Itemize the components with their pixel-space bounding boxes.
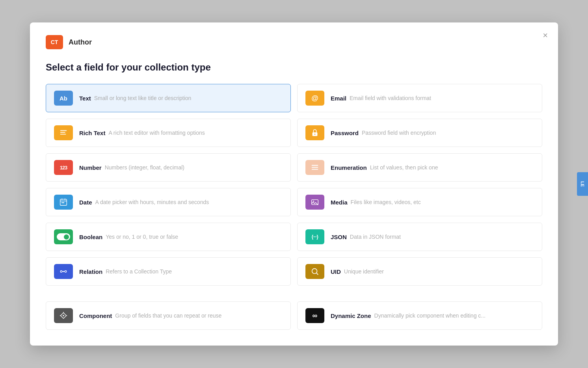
svg-point-4 — [314, 134, 316, 135]
svg-point-19 — [63, 271, 64, 272]
svg-rect-6 — [312, 167, 318, 168]
field-label-media: Media — [331, 199, 348, 206]
field-label-dynamiczone: Dynamic Zone — [331, 312, 371, 319]
field-label-email: Email — [331, 95, 346, 102]
field-label-date: Date — [79, 199, 92, 206]
field-icon-email: @ — [305, 91, 324, 106]
field-card-boolean[interactable]: BooleanYes or no, 1 or 0, true or false — [46, 223, 291, 251]
field-card-email[interactable]: @EmailEmail field with validations forma… — [297, 84, 542, 112]
field-label-boolean: Boolean — [79, 234, 102, 240]
field-icon-date — [54, 195, 73, 210]
field-icon-richtext — [54, 125, 73, 140]
field-desc-component: Group of fields that you can repeat or r… — [115, 312, 221, 319]
field-icon-json: {···} — [305, 229, 324, 244]
field-label-number: Number — [79, 164, 102, 171]
field-card-richtext[interactable]: Rich TextA rich text editor with formatt… — [46, 119, 291, 147]
field-desc-text: Small or long text like title or descrip… — [94, 95, 192, 101]
svg-point-17 — [65, 271, 67, 273]
field-desc-media: Files like images, videos, etc — [351, 199, 421, 205]
svg-point-25 — [63, 315, 64, 316]
field-card-media[interactable]: MediaFiles like images, videos, etc — [297, 188, 542, 216]
field-card-number[interactable]: 123NumberNumbers (integer, float, decima… — [46, 153, 291, 182]
svg-rect-0 — [60, 130, 67, 131]
field-card-password[interactable]: PasswordPassword field with encryption — [297, 119, 542, 147]
field-card-text[interactable]: AbTextSmall or long text like title or d… — [46, 84, 291, 112]
spacer-row — [46, 292, 542, 295]
svg-rect-5 — [312, 165, 318, 166]
svg-rect-2 — [60, 134, 66, 135]
field-desc-relation: Refers to a Collection Type — [106, 268, 172, 275]
ct-badge: CT — [46, 35, 63, 49]
modal-title: Author — [69, 38, 92, 46]
fields-grid: AbTextSmall or long text like title or d… — [46, 84, 542, 330]
svg-line-21 — [316, 273, 318, 275]
field-label-component: Component — [79, 312, 112, 319]
svg-rect-7 — [312, 169, 318, 170]
field-label-uid: UID — [331, 268, 341, 275]
field-desc-password: Password field with encryption — [362, 130, 436, 136]
field-icon-dynamiczone: ∞ — [305, 308, 324, 323]
field-label-relation: Relation — [79, 268, 102, 275]
field-card-json[interactable]: {···}JSONData in JSON format — [297, 223, 542, 251]
field-card-relation[interactable]: RelationRefers to a Collection Type — [46, 257, 291, 286]
field-label-json: JSON — [331, 234, 347, 240]
field-card-uid[interactable]: UIDUnique identifier — [297, 257, 542, 286]
field-desc-boolean: Yes or no, 1 or 0, true or false — [106, 234, 178, 240]
field-icon-password — [305, 125, 324, 140]
field-icon-uid — [305, 264, 324, 279]
field-icon-enumeration — [305, 160, 324, 175]
field-icon-relation — [54, 264, 73, 279]
field-label-richtext: Rich Text — [79, 130, 105, 136]
svg-point-16 — [60, 271, 62, 273]
field-desc-email: Email field with validations format — [350, 95, 431, 101]
field-label-text: Text — [79, 95, 91, 102]
field-desc-richtext: A rich text editor with formatting optio… — [108, 130, 205, 136]
svg-rect-12 — [61, 202, 63, 203]
field-icon-boolean — [54, 229, 73, 244]
modal-overlay: LE CT Author × Select a field for your c… — [0, 0, 588, 368]
right-sidebar-hint: LE — [577, 172, 588, 196]
svg-rect-1 — [60, 132, 65, 133]
svg-rect-13 — [63, 202, 64, 203]
field-icon-component — [54, 308, 73, 323]
field-desc-dynamiczone: Dynamically pick component when editing … — [374, 312, 486, 319]
field-label-password: Password — [331, 130, 359, 136]
field-label-enumeration: Enumeration — [331, 164, 367, 171]
section-heading: Select a field for your collection type — [46, 62, 542, 73]
svg-point-15 — [313, 201, 314, 202]
field-icon-media — [305, 195, 324, 210]
modal-header: CT Author — [46, 35, 542, 49]
field-card-date[interactable]: DateA date picker with hours, minutes an… — [46, 188, 291, 216]
field-icon-text: Ab — [54, 91, 73, 106]
field-desc-uid: Unique identifier — [344, 268, 384, 275]
field-desc-date: A date picker with hours, minutes and se… — [95, 199, 209, 205]
field-desc-json: Data in JSON format — [350, 234, 401, 240]
close-button[interactable]: × — [543, 31, 548, 40]
field-desc-number: Numbers (integer, float, decimal) — [105, 164, 184, 171]
field-card-enumeration[interactable]: EnumerationList of values, then pick one — [297, 153, 542, 182]
field-icon-number: 123 — [54, 160, 73, 175]
modal-container: CT Author × Select a field for your coll… — [30, 22, 558, 346]
svg-point-20 — [312, 269, 317, 274]
field-card-dynamiczone[interactable]: ∞Dynamic ZoneDynamically pick component … — [297, 301, 542, 330]
field-card-component[interactable]: ComponentGroup of fields that you can re… — [46, 301, 291, 330]
field-desc-enumeration: List of values, then pick one — [370, 164, 438, 171]
